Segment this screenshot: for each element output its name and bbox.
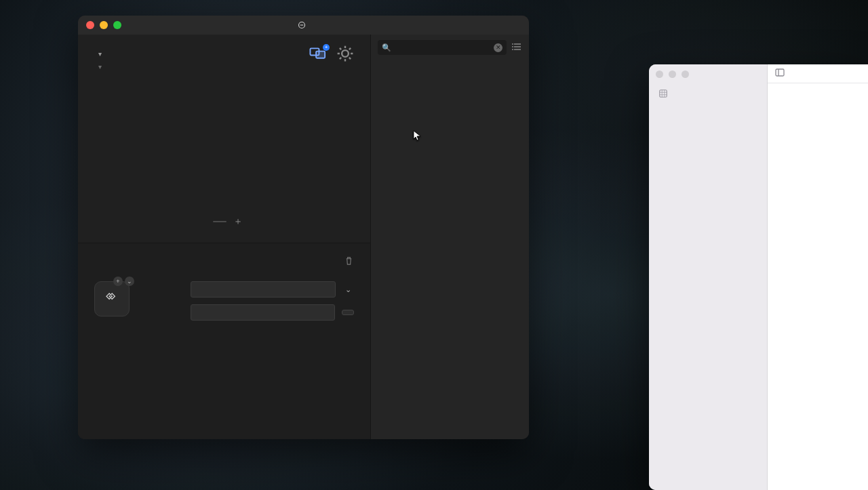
close-icon[interactable]	[86, 21, 94, 29]
minimize-icon[interactable]	[100, 21, 108, 29]
title-format-button[interactable]: ⌄	[342, 284, 354, 295]
key-more[interactable]: ⌄	[125, 277, 134, 286]
shortcut-cards	[768, 83, 868, 97]
titlebar[interactable]	[78, 16, 529, 35]
app-title	[298, 21, 310, 29]
page-indicator[interactable]	[213, 221, 226, 222]
shortcuts-titlebar[interactable]	[649, 64, 767, 83]
key-add-state[interactable]: +	[113, 277, 123, 286]
toggle-sidebar-button[interactable]	[774, 67, 785, 81]
streamdeck-window: ▾ + ▾	[78, 16, 529, 439]
action-tree	[371, 60, 529, 63]
action-search[interactable]: 🔍 ✕	[378, 40, 507, 55]
close-icon[interactable]	[656, 70, 663, 78]
minimize-icon[interactable]	[669, 70, 676, 78]
shortcuts-window	[649, 64, 868, 490]
settings-button[interactable]	[336, 47, 354, 60]
key-grid	[94, 80, 354, 203]
inspector-panel: +⌄ ⌄	[78, 243, 370, 439]
key-preview[interactable]: +⌄	[94, 281, 130, 317]
clear-search-button[interactable]: ✕	[494, 43, 502, 52]
zoom-icon[interactable]	[682, 70, 689, 78]
search-icon: 🔍	[382, 43, 391, 52]
gallery-icon	[658, 89, 668, 100]
title-input[interactable]	[191, 281, 336, 298]
zoom-icon[interactable]	[113, 21, 121, 29]
chevron-down-icon[interactable]: ▾	[98, 50, 102, 58]
screens-button[interactable]: +	[309, 47, 327, 60]
view-mode-button[interactable]	[512, 41, 522, 54]
appfile-input[interactable]	[191, 304, 335, 321]
gallery-row[interactable]	[653, 86, 763, 103]
search-input[interactable]	[394, 43, 494, 52]
profile-dropdown[interactable]: ▾	[94, 63, 354, 70]
choose-button[interactable]	[342, 310, 354, 315]
add-page-button[interactable]: ＋	[233, 216, 243, 228]
delete-action-button[interactable]	[344, 256, 354, 268]
shortcuts-header	[768, 64, 868, 83]
